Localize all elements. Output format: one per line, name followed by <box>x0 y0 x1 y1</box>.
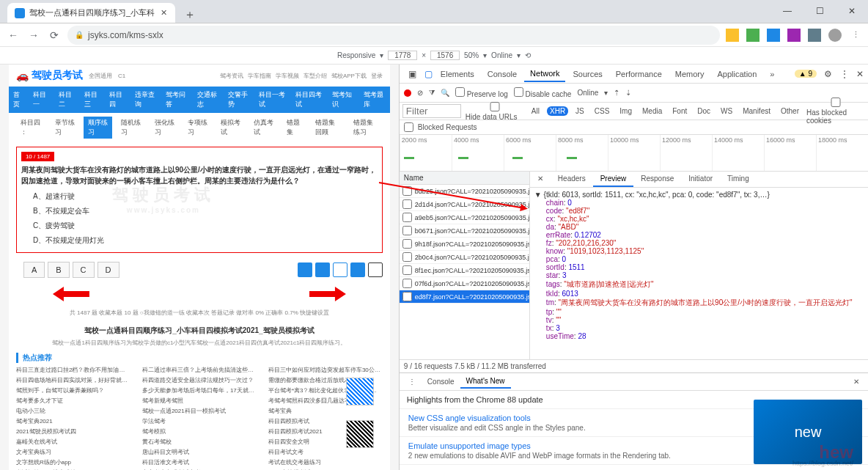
nav-item[interactable]: 违章查询 <box>130 87 161 113</box>
drawer-tab[interactable]: Console <box>422 375 460 388</box>
inspect-icon[interactable]: ▣ <box>402 66 417 82</box>
rec-link[interactable]: 驾考宝典2021 <box>16 417 130 425</box>
search-icon[interactable]: 🔍 <box>441 89 449 97</box>
site-logo[interactable]: 🚗 驾驶员考试 <box>16 69 83 82</box>
ext-icon[interactable] <box>767 29 780 42</box>
top-link[interactable]: 驾考资讯 <box>220 72 243 80</box>
drawer-more[interactable]: ⋮ <box>402 375 422 388</box>
request-row[interactable]: 8f1ec.json?CALL=?20210205090935.json <box>400 264 529 277</box>
preview-tab[interactable]: Initiator <box>681 172 720 187</box>
nav-item[interactable]: 科目四考试 <box>291 87 328 113</box>
cloud-icon[interactable] <box>315 262 330 277</box>
top-link[interactable]: 车型介绍 <box>304 72 327 80</box>
subnav-item[interactable]: 章节练习 <box>51 117 79 139</box>
option[interactable]: C、疲劳驾驶 <box>21 219 378 233</box>
tab-close-icon[interactable]: ✕ <box>159 9 168 18</box>
top-link[interactable]: 学车指南 <box>248 72 271 80</box>
request-row[interactable]: ed8f7.json?CALL=?20210205090935.json <box>400 290 529 304</box>
request-row[interactable]: b0671.json?CALL=?20210205090935.json <box>400 224 529 238</box>
rec-link[interactable]: 文考宝典练习 <box>16 448 130 456</box>
zoom-select[interactable]: 50% <box>464 51 479 59</box>
devtools-tab[interactable]: Memory <box>669 67 710 81</box>
devtools-more[interactable]: » <box>764 67 780 81</box>
type-chip[interactable]: All <box>529 106 542 116</box>
rec-link[interactable]: 电动小三轮 <box>16 407 130 415</box>
subnav-item[interactable]: 仿真考试 <box>249 117 278 139</box>
rec-link[interactable]: 科目考试文考 <box>268 448 383 456</box>
upload-icon[interactable]: ⇡ <box>614 89 619 97</box>
settings-icon[interactable]: ⚙ <box>818 66 833 82</box>
menu-icon[interactable]: ⋮ <box>849 29 862 42</box>
type-chip[interactable]: Img <box>617 106 635 116</box>
preview-tab[interactable]: Response <box>633 172 681 187</box>
rec-link[interactable]: 科目三中如何应对路边突发超车停车30公分？ <box>268 366 383 374</box>
rec-link[interactable]: 2021驾驶员模拟考试四 <box>16 427 130 436</box>
rec-link[interactable]: 科二通过率科三倍？上考场前先搞清这些题项！ <box>142 366 257 374</box>
browser-tab[interactable]: 驾校一点通科目四顺序练习_小车科 ✕ <box>7 3 175 23</box>
nav-item[interactable]: 首页 <box>9 87 29 113</box>
nav-item[interactable]: 交警手势 <box>224 87 254 113</box>
ext-icon[interactable] <box>787 29 801 42</box>
rec-link[interactable]: 驾考模拟 <box>142 427 257 436</box>
subnav-item[interactable]: 错题集 <box>282 117 306 139</box>
rec-link[interactable]: 多少天能参加考场后考场日每年，17天就能拿到驾照考到了7212元 <box>142 386 257 394</box>
nav-item[interactable]: 驾考知识 <box>328 87 358 113</box>
nav-item[interactable]: 科目四 <box>105 87 130 113</box>
tip-link[interactable]: New CSS angle visualization tools <box>408 414 531 422</box>
preview-close[interactable]: ✕ <box>530 172 551 187</box>
window-close[interactable]: ✕ <box>836 0 868 22</box>
request-row[interactable]: 2b0c4.json?CALL=?20210205090935.json <box>400 251 529 264</box>
preview-body[interactable]: ▼ {tkId: 6013, sortId: 1511, cx: "xc,hc,… <box>530 188 868 359</box>
device-width[interactable] <box>388 51 417 60</box>
nav-item[interactable]: 科目一考试 <box>254 87 291 113</box>
devtools-tab[interactable]: Application <box>712 67 763 81</box>
answer-button[interactable]: B <box>48 262 69 278</box>
blocked-cookies-checkbox[interactable] <box>806 98 865 107</box>
window-maximize[interactable]: ☐ <box>803 0 836 22</box>
download-icon[interactable]: ⇣ <box>625 89 631 97</box>
filter-icon[interactable]: ⧩ <box>429 89 435 98</box>
ext-icon[interactable] <box>726 29 739 42</box>
video-thumbnail[interactable]: new <box>754 400 862 464</box>
subnav-item[interactable]: 顺序练习 <box>84 117 112 139</box>
subnav-item[interactable]: 专项练习 <box>183 117 212 139</box>
answer-button[interactable]: A <box>23 262 45 278</box>
rec-link[interactable]: 科目活准文考考试 <box>142 458 257 466</box>
drawer-tab[interactable]: What's New <box>460 375 511 389</box>
type-chip[interactable]: Other <box>778 106 802 116</box>
rec-link[interactable]: 驾考新规考驾照 <box>142 397 257 405</box>
option[interactable]: B、不按规定会车 <box>21 204 378 219</box>
rec-link[interactable]: 驾校一点通2021科目一模拟考试 <box>142 407 257 415</box>
devtools-tab[interactable]: Sources <box>567 67 608 81</box>
device-height[interactable] <box>430 51 460 60</box>
subnav-item[interactable]: 错题集回顾 <box>311 117 345 139</box>
prev-arrow[interactable] <box>53 287 89 301</box>
preview-tab[interactable]: Preview <box>593 172 634 187</box>
url-input[interactable]: 🔒 jsyks.com/kms-sxlx <box>67 26 720 45</box>
rec-link[interactable]: 学法驾考 <box>142 417 257 425</box>
cloud-icon[interactable] <box>298 262 312 277</box>
rec-link[interactable]: 科四道路交通安全题法律法规技巧一次过？ <box>142 376 257 384</box>
request-row[interactable]: a9eb5.json?CALL=?20210205090935.json <box>400 211 529 224</box>
preview-tab[interactable]: Timing <box>720 172 757 187</box>
rotate-icon[interactable]: ⟲ <box>525 51 531 59</box>
clear-icon[interactable]: ⊘ <box>417 89 423 97</box>
request-row[interactable]: bdb25.json?CALL=?20210205090935.json <box>400 185 529 198</box>
top-link[interactable]: 登录 <box>371 72 383 80</box>
timeline[interactable]: 2000 ms4000 ms6000 ms8000 ms10000 ms1200… <box>400 135 868 172</box>
type-chip[interactable]: Media <box>639 106 665 116</box>
list-icon[interactable] <box>333 262 347 277</box>
profile-avatar[interactable] <box>828 29 842 42</box>
rec-link[interactable]: 考试在线交考题练习 <box>268 458 383 466</box>
nav-item[interactable]: 科目三 <box>80 87 106 113</box>
new-tab-button[interactable]: ＋ <box>180 7 200 23</box>
subnav-item[interactable]: 强化练习 <box>150 117 179 139</box>
record-button[interactable] <box>404 89 411 97</box>
request-row[interactable]: 07f6d.json?CALL=?20210205090935.json <box>400 277 529 290</box>
rec-link[interactable]: 黄石考驾校 <box>142 438 257 446</box>
throttle-select[interactable]: Online <box>491 51 512 59</box>
rec-link[interactable]: 嘉峪关在线考试 <box>16 438 130 446</box>
nav-item[interactable]: 驾考问答 <box>161 87 192 113</box>
type-chip[interactable]: Manifest <box>740 106 773 116</box>
top-link[interactable]: 驾校APP下载 <box>331 72 367 80</box>
